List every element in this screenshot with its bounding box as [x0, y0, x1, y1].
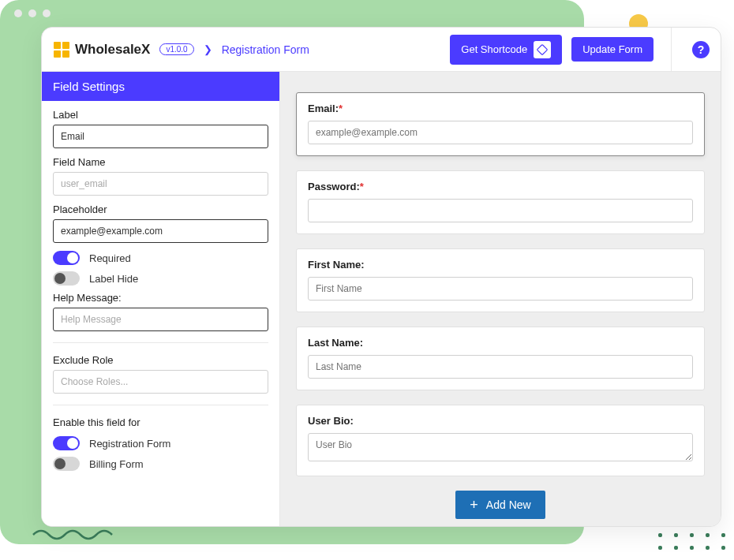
window-dots [14, 9, 51, 17]
preview-password-field[interactable]: Password:* [296, 170, 705, 234]
help-message-label: Help Message: [53, 292, 268, 304]
exclude-role-field: Exclude Role [53, 354, 268, 394]
shortcode-label: Get Shortcode [461, 43, 527, 55]
preview-lastname-label: Last Name: [308, 337, 693, 349]
required-label: Required [89, 252, 131, 264]
add-new-label: Add New [486, 498, 531, 511]
required-asterisk: * [339, 103, 343, 114]
required-toggle[interactable] [53, 251, 80, 265]
sidebar-title: Field Settings [42, 72, 279, 101]
wavy-decoration [32, 525, 118, 544]
shortcode-icon [534, 41, 551, 58]
fieldname-input[interactable] [53, 172, 268, 196]
fieldname-field: Field Name [53, 156, 268, 196]
help-message-field: Help Message: [53, 292, 268, 331]
divider [53, 342, 268, 343]
fieldname-label: Field Name [53, 156, 268, 168]
enable-section: Enable this field for [53, 416, 268, 428]
app-window: WholesaleX v1.0.0 ❯ Registration Form Ge… [41, 27, 721, 527]
update-form-button[interactable]: Update Form [571, 37, 653, 62]
preview-email-input[interactable] [308, 121, 693, 144]
preview-firstname-label: First Name: [308, 259, 693, 271]
enable-registration-label: Registration Form [89, 438, 170, 450]
help-icon[interactable]: ? [692, 41, 710, 58]
get-shortcode-button[interactable]: Get Shortcode [450, 35, 562, 65]
chevron-right-icon: ❯ [204, 43, 212, 55]
preview-userbio-label: User Bio: [308, 415, 693, 427]
label-field: Label [53, 109, 268, 148]
preview-userbio-field[interactable]: User Bio: [296, 405, 705, 476]
labelhide-toggle[interactable] [53, 271, 80, 286]
preview-email-label: Email: [308, 103, 339, 114]
placeholder-label: Placeholder [53, 203, 268, 215]
help-message-input[interactable] [53, 308, 268, 331]
separator [671, 28, 672, 72]
preview-firstname-input[interactable] [308, 277, 693, 301]
placeholder-input[interactable] [53, 219, 268, 243]
enable-billing-toggle[interactable] [53, 457, 80, 471]
preview-userbio-input[interactable] [308, 433, 693, 461]
brand-logo: WholesaleX [53, 41, 150, 58]
required-asterisk: * [360, 181, 364, 192]
exclude-role-select[interactable] [53, 370, 268, 394]
svg-rect-0 [537, 44, 548, 54]
placeholder-field: Placeholder [53, 203, 268, 243]
divider [53, 405, 268, 405]
preview-password-input[interactable] [308, 199, 693, 222]
preview-lastname-input[interactable] [308, 355, 693, 379]
brand-text: WholesaleX [75, 42, 150, 58]
add-new-button[interactable]: + Add New [455, 491, 545, 519]
exclude-role-label: Exclude Role [53, 354, 268, 366]
form-preview-canvas: Email:* Password:* First Name: Last Name… [280, 72, 721, 526]
enable-registration-toggle[interactable] [53, 436, 80, 450]
field-settings-sidebar: Field Settings Label Field Name Placehol… [42, 72, 280, 526]
preview-firstname-field[interactable]: First Name: [296, 248, 705, 312]
topbar: WholesaleX v1.0.0 ❯ Registration Form Ge… [42, 28, 721, 72]
logo-icon [53, 41, 70, 58]
label-field-label: Label [53, 109, 268, 121]
preview-email-field[interactable]: Email:* [296, 92, 705, 156]
label-input[interactable] [53, 125, 268, 148]
labelhide-label: Label Hide [89, 273, 138, 285]
version-badge: v1.0.0 [159, 43, 193, 55]
enable-section-label: Enable this field for [53, 416, 268, 428]
enable-billing-label: Billing Form [89, 458, 144, 470]
preview-password-label: Password: [308, 181, 360, 192]
preview-lastname-field[interactable]: Last Name: [296, 327, 705, 390]
plus-icon: + [470, 499, 478, 510]
dot-grid-decoration [658, 533, 726, 551]
breadcrumb: Registration Form [222, 43, 309, 56]
